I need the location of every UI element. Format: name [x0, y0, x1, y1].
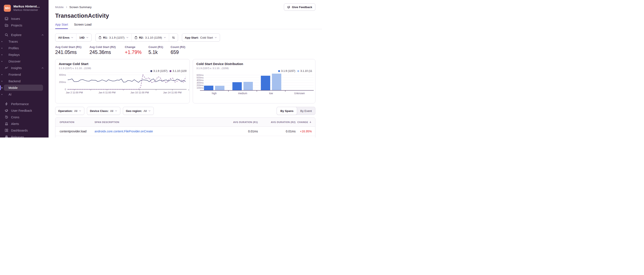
column-avg-duration-r2[interactable]: AVG DURATION (R2): [258, 121, 296, 123]
svg-text:200ms: 200ms: [59, 81, 66, 83]
sidebar-item-user-feedback[interactable]: User Feedback: [0, 107, 48, 114]
lightning-icon: [5, 102, 8, 106]
column-span-description[interactable]: SPAN DESCRIPTION: [94, 121, 220, 123]
legend-item[interactable]: 3.1.9 (1157): [278, 70, 295, 73]
sidebar-item-crons[interactable]: Crons: [0, 114, 48, 120]
svg-text:Jan 14 11:00 PM: Jan 14 11:00 PM: [163, 91, 182, 94]
org-switcher[interactable]: MH Markus Hinterst… Markus Hintersteiner: [0, 0, 48, 15]
chevron-down-icon: [115, 110, 117, 112]
sidebar-item-issues[interactable]: Issues: [0, 15, 48, 22]
sidebar-item-performance[interactable]: Performance: [0, 101, 48, 107]
sidebar: MH Markus Hinterst… Markus Hintersteiner…: [0, 0, 48, 138]
sidebar-item-releases[interactable]: Releases: [0, 134, 48, 138]
sidebar-item-frontend[interactable]: Frontend: [0, 71, 48, 78]
sidebar-item-alerts[interactable]: Alerts: [0, 120, 48, 127]
chevron-down-icon: [148, 110, 151, 112]
sidebar-item-label: Dashboards: [11, 129, 48, 132]
column-operation[interactable]: OPERATION: [55, 121, 94, 123]
device-class-value: All: [110, 109, 113, 113]
sidebar-item-mobile[interactable]: Mobile: [0, 84, 48, 91]
swap-releases-button[interactable]: [169, 34, 178, 41]
release-filter-group: R1: 3.1.9 (1157) R2: 3.1.10 (1159): [96, 34, 178, 42]
svg-text:Jan 10 11:00 PM: Jan 10 11:00 PM: [130, 91, 149, 94]
sidebar-item-label: Alerts: [11, 122, 48, 126]
device-distribution-chart-card: Cold Start Device Distribution 3.1.9 (11…: [193, 59, 316, 103]
column-change[interactable]: CHANGE: [296, 121, 315, 123]
geo-region-filter-group: Geo region: All: [123, 107, 154, 115]
summary-stats: Avg Cold Start (R1) 241.05ms Avg Cold St…: [55, 45, 316, 55]
table-row-partial[interactable]: [55, 136, 315, 138]
svg-text:100ms: 100ms: [196, 87, 204, 89]
date-range-filter[interactable]: 14D: [76, 34, 91, 41]
sidebar-item-replays[interactable]: Replays: [0, 51, 48, 58]
cell-span-description-link[interactable]: androidx.core.content.FileProvider.onCre…: [94, 130, 220, 133]
tab-screen-load[interactable]: Screen Load: [74, 23, 91, 29]
legend-item[interactable]: 3.1.9 (1157): [150, 70, 168, 73]
legend-label: 3.1.9 (1157): [281, 70, 295, 73]
chevron-up-icon: [41, 67, 44, 69]
env-date-filter-group: All Envs 14D: [55, 34, 92, 42]
sidebar-item-label: Profiles: [6, 47, 48, 50]
release-r1-selector[interactable]: R1: 3.1.9 (1157): [96, 34, 132, 41]
legend-dot-icon: [150, 70, 152, 72]
table-row[interactable]: contentprovider.load androidx.core.conte…: [55, 127, 315, 136]
sidebar-section-explore[interactable]: Explore: [0, 32, 48, 38]
chart-title: Cold Start Device Distribution: [193, 59, 315, 66]
date-range-value: 14D: [79, 36, 84, 39]
sidebar-section-label: Insights: [11, 66, 38, 70]
chart-legend: 3.1.9 (1157) 3.1.10 (1159): [150, 70, 186, 73]
sidebar-item-projects[interactable]: Projects: [0, 22, 48, 29]
sidebar-item-traces[interactable]: Traces: [0, 38, 48, 45]
svg-text:0: 0: [65, 88, 66, 91]
tab-bar: App Start Screen Load: [55, 23, 316, 29]
chevron-up-icon: [41, 34, 44, 36]
legend-item[interactable]: 3.1.10 (1159): [297, 70, 312, 73]
sidebar-item-label: Releases: [11, 135, 48, 138]
sidebar-item-discover[interactable]: Discover: [0, 58, 48, 65]
device-class-filter-group: Device Class: All: [87, 107, 120, 115]
column-avg-duration-r1[interactable]: AVG DURATION (R1): [220, 121, 258, 123]
device-class-label: Device Class:: [90, 109, 108, 113]
sidebar-item-ai[interactable]: AI: [0, 91, 48, 98]
give-feedback-button[interactable]: Give Feedback: [284, 4, 316, 11]
avatar: MH: [4, 5, 11, 12]
span-controls: Operation: All Device Class: All Geo reg…: [55, 107, 316, 115]
sidebar-item-backend[interactable]: Backend: [0, 78, 48, 84]
sidebar-section-insights[interactable]: Insights: [0, 65, 48, 71]
avg-cold-start-chart-card: Average Cold Start 3.1.9 (1157) v. 3.1.1…: [55, 59, 190, 103]
view-toggle: By Spans By Event: [277, 107, 316, 115]
breadcrumb-mobile[interactable]: Mobile: [55, 6, 64, 9]
device-class-filter[interactable]: Device Class: All: [87, 107, 120, 115]
tab-app-start[interactable]: App Start: [55, 23, 68, 29]
legend-dot-icon: [278, 70, 280, 72]
legend-item[interactable]: 3.1.10 (1159): [170, 70, 186, 73]
page-filter-bar: All Envs 14D R1: 3.1.9 (1157) R2: 3.1.10…: [55, 34, 316, 42]
tab-divider: [48, 29, 322, 29]
sidebar-item-label: Backend: [6, 80, 48, 83]
stat-label: Count (R2): [170, 45, 185, 49]
sidebar-item-dashboards[interactable]: Dashboards: [0, 127, 48, 134]
operation-filter-group: Operation: All: [55, 107, 84, 115]
environment-filter[interactable]: All Envs: [55, 34, 76, 41]
operation-label: Operation:: [58, 109, 72, 113]
geo-region-filter[interactable]: Geo region: All: [123, 107, 154, 115]
app-start-type-group: App Start: Cold Start: [182, 34, 220, 42]
environment-value: All Envs: [58, 36, 70, 39]
app-start-type-filter[interactable]: App Start: Cold Start: [182, 34, 220, 41]
bullet-icon: [0, 74, 4, 75]
bullet-icon: [0, 81, 4, 82]
release-r2-selector[interactable]: R2: 3.1.10 (1159): [132, 34, 169, 41]
chart-title: Average Cold Start: [55, 59, 190, 66]
sidebar-item-profiles[interactable]: Profiles: [0, 45, 48, 51]
toggle-by-event[interactable]: By Event: [297, 107, 315, 115]
release-r1-value: 3.1.9 (1157): [109, 36, 124, 39]
siren-icon: [5, 122, 8, 126]
operation-filter[interactable]: Operation: All: [55, 107, 84, 115]
sidebar-item-label: Performance: [11, 102, 48, 106]
breadcrumb-chevron-icon: [66, 6, 68, 8]
stat-value: 659: [170, 50, 185, 55]
give-feedback-label: Give Feedback: [292, 6, 312, 9]
stat-label: Change: [125, 45, 148, 49]
release-r2-label: R2:: [139, 36, 144, 39]
toggle-by-spans[interactable]: By Spans: [277, 107, 297, 115]
